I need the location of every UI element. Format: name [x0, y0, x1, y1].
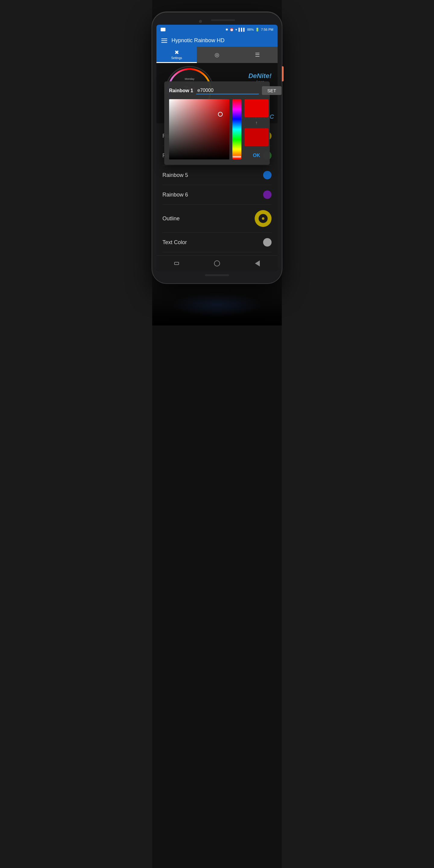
status-bar: ✱ ⏰ ▾ ▌▌▌ 88% 🔋 7:56 PM: [156, 25, 278, 34]
gallery-icon: [161, 28, 165, 31]
bluetooth-icon: ✱: [225, 28, 228, 32]
app-title: Hypnotic Rainbow HD: [172, 37, 224, 44]
ok-button[interactable]: OK: [249, 151, 264, 160]
dialog-header: Rainbow 1 SET: [169, 86, 265, 95]
page-wrapper: ✱ ⏰ ▾ ▌▌▌ 88% 🔋 7:56 PM Hypnotic Rainbow…: [152, 0, 282, 868]
set-button[interactable]: SET: [262, 86, 278, 95]
rainbow6-color-dot[interactable]: [263, 190, 272, 199]
hamburger-menu-button[interactable]: [161, 38, 167, 43]
nav-recent-apps-button[interactable]: [173, 260, 180, 267]
signal-icon: ▌▌▌: [239, 28, 246, 31]
nav-circle-icon: [214, 260, 220, 267]
info-tab-icon: ☰: [255, 52, 260, 58]
color-picker-dialog: Rainbow 1 SET: [164, 82, 270, 165]
camera-notch: [199, 20, 202, 23]
setting-row-rainbow6[interactable]: Rainbow 6: [162, 185, 272, 205]
textcolor-label: Text Color: [162, 239, 187, 246]
textcolor-dot[interactable]: [263, 238, 272, 247]
battery-icon: 🔋: [255, 28, 259, 32]
dialog-overlay: Rainbow 1 SET: [156, 82, 278, 165]
denite-logo-text: DeNite!: [248, 72, 272, 80]
setting-row-outline[interactable]: Outline: [162, 205, 272, 233]
outline-center-dot: [262, 217, 264, 220]
settings-tab-label: Settings: [171, 56, 182, 60]
phone-shadow: [172, 292, 262, 316]
tab-settings[interactable]: ✖ Settings: [156, 47, 197, 63]
hue-strip[interactable]: [232, 99, 241, 159]
alarm-icon: ⏰: [230, 28, 234, 32]
rainbow5-label: Rainbow 5: [162, 172, 188, 179]
phone-bottom-area: [156, 271, 278, 279]
phone-top-area: [156, 16, 278, 25]
outline-icon-inner: [258, 214, 268, 223]
saturation-value-square[interactable]: [169, 99, 229, 159]
setting-row-textcolor[interactable]: Text Color: [162, 233, 272, 252]
hex-input[interactable]: [196, 87, 259, 94]
settings-tab-icon: ✖: [175, 49, 179, 56]
side-button[interactable]: [282, 66, 284, 82]
phone-screen: ✱ ⏰ ▾ ▌▌▌ 88% 🔋 7:56 PM Hypnotic Rainbow…: [156, 25, 278, 271]
nav-triangle-icon: [255, 260, 260, 267]
app-bar: Hypnotic Rainbow HD: [156, 34, 278, 47]
clock-time: 7:56 PM: [261, 28, 273, 31]
picker-body: ↑ OK: [169, 99, 265, 160]
tab-info[interactable]: ☰: [237, 47, 278, 63]
setting-row-rainbow5[interactable]: Rainbow 5: [162, 165, 272, 185]
tab-bar: ✖ Settings ◎ ☰: [156, 47, 278, 63]
outline-icon-button[interactable]: [255, 210, 272, 227]
nav-square-icon: [174, 262, 179, 265]
sat-val-cursor: [218, 112, 223, 117]
battery-level: 88%: [247, 28, 254, 31]
phone-device: ✱ ⏰ ▾ ▌▌▌ 88% 🔋 7:56 PM Hypnotic Rainbow…: [152, 12, 282, 283]
tab-watch[interactable]: ◎: [197, 47, 237, 63]
rainbow5-color-dot[interactable]: [263, 171, 272, 179]
reflection-area: [152, 283, 282, 326]
nav-bar: [156, 255, 278, 271]
rainbow6-label: Rainbow 6: [162, 192, 188, 198]
swatches-area: ↑ OK: [244, 99, 269, 160]
outline-label: Outline: [162, 216, 180, 222]
swatch-old: [244, 128, 269, 146]
status-right: ✱ ⏰ ▾ ▌▌▌ 88% 🔋 7:56 PM: [225, 28, 273, 32]
bottom-speaker-grill: [205, 274, 229, 276]
swatch-new: [244, 99, 269, 117]
status-left: [161, 28, 165, 31]
hue-cursor: [233, 156, 241, 158]
wifi-icon: ▾: [236, 28, 237, 32]
speaker-grill: [211, 19, 235, 21]
swatch-arrow-up: ↑: [255, 120, 258, 125]
dialog-label: Rainbow 1: [169, 88, 193, 93]
watch-tab-icon: ◎: [215, 52, 219, 58]
nav-home-button[interactable]: [213, 260, 221, 267]
nav-back-button[interactable]: [254, 260, 261, 267]
